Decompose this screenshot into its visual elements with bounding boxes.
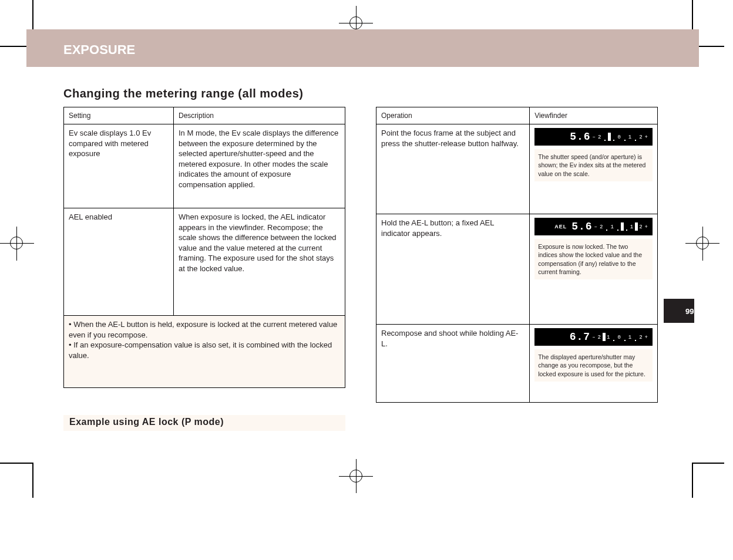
table-left-row1-label: Ev scale displays 1.0 Ev compared with m… [64,124,174,208]
settings-table-left: Setting Description Ev scale displays 1.… [63,107,345,388]
viewfinder-strip-3: 6.7 –21012+ [534,328,653,346]
viewfinder-strip-2: AEL 5.6 –2112+ [534,218,653,235]
viewfinder-2-aperture: 5.6 [571,220,592,234]
viewfinder-3-caption: The displayed aperture/shutter may chang… [534,349,653,382]
table-left-row2-desc: When exposure is locked, the AEL indicat… [174,208,345,316]
table-right-row3-label: Recompose and shoot while holding AE-L. [376,325,530,403]
table-right-row2-label: Hold the AE-L button; a fixed AEL indica… [376,214,530,325]
viewfinder-1-scale: –2012+ [592,133,649,141]
table-left-head-1: Setting [64,107,174,124]
viewfinder-2-caption: Exposure is now locked. The two indices … [534,239,653,279]
viewfinder-1-aperture: 5.6 [570,130,590,144]
ael-indicator-icon: AEL [554,223,567,230]
table-right-head-2: Viewfinder [530,107,658,124]
table-left-row2-label: AEL enabled [64,208,174,316]
example-table-right: Operation Viewfinder Point the focus fra… [376,107,658,403]
viewfinder-3-aperture: 6.7 [570,330,590,344]
table-right-row1-viewfinder: 5.6 –2012+ The shutter speed (and/or ape… [530,124,658,214]
viewfinder-strip-1: 5.6 –2012+ [534,128,653,146]
table-right-row1-label: Point the focus frame at the subject and… [376,124,530,214]
viewfinder-2-scale: –2112+ [594,222,649,231]
viewfinder-1-caption: The shutter speed (and/or aperture) is s… [534,149,653,181]
section-heading-left: Changing the metering range (all modes) [63,87,303,100]
table-right-row3-viewfinder: 6.7 –21012+ The displayed aperture/shutt… [530,325,658,403]
table-right-head-1: Operation [376,107,530,124]
table-left-note: • When the AE-L button is held, exposure… [64,316,345,388]
banner-white-tab [43,11,205,29]
page: EXPOSURE 99 Changing the metering range … [0,0,733,560]
section-heading-bottom: Example using AE lock (P mode) [69,417,224,427]
table-left-row1-desc: In M mode, the Ev scale displays the dif… [174,124,345,208]
chapter-banner-title: EXPOSURE [63,42,135,58]
viewfinder-3-scale: –21012+ [591,333,649,341]
chapter-banner: EXPOSURE [26,29,699,67]
table-right-row2-viewfinder: AEL 5.6 –2112+ Exposure is now locked. T… [530,214,658,325]
page-number: 99 [685,307,694,316]
table-left-head-2: Description [174,107,345,124]
